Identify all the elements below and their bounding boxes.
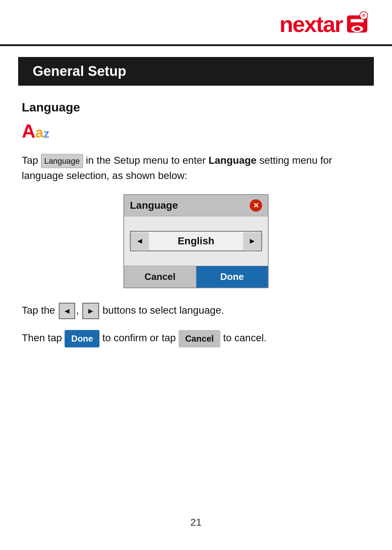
section-title: Language bbox=[22, 100, 370, 114]
confirm-instructions: Then tap Done to confirm or tap Cancel t… bbox=[22, 330, 370, 347]
next-language-button[interactable]: ► bbox=[243, 232, 261, 250]
nextar-logo-icon: ® bbox=[344, 11, 370, 37]
left-arrow-icon: ◄ bbox=[136, 236, 144, 246]
language-icon: Aaz bbox=[22, 122, 370, 146]
banner-title: General Setup bbox=[33, 64, 126, 79]
right-arrow-inline: ► bbox=[82, 303, 99, 319]
right-arrow-icon: ► bbox=[248, 236, 256, 246]
prev-language-button[interactable]: ◄ bbox=[131, 232, 149, 250]
instruction-comma: , bbox=[76, 305, 82, 316]
dialog-title: Language bbox=[130, 200, 178, 211]
page-number: 21 bbox=[190, 517, 201, 528]
dialog-header: Language ✕ bbox=[124, 195, 268, 216]
svg-rect-1 bbox=[351, 19, 364, 23]
language-selector: ◄ English ► bbox=[130, 231, 262, 251]
icon-letter-z: z bbox=[44, 127, 49, 140]
dialog-done-button[interactable]: Done bbox=[196, 266, 268, 288]
close-icon: ✕ bbox=[253, 201, 259, 210]
dialog-close-button[interactable]: ✕ bbox=[250, 199, 262, 212]
instruction-to-cancel: to cancel. bbox=[220, 333, 267, 344]
inline-cancel-button: Cancel bbox=[179, 330, 220, 347]
left-arrow-inline: ◄ bbox=[59, 303, 75, 319]
general-setup-banner: General Setup bbox=[18, 57, 374, 86]
instruction-to-confirm: to confirm or tap bbox=[99, 333, 179, 344]
inline-language-button: Language bbox=[41, 154, 83, 168]
selected-language: English bbox=[149, 232, 243, 250]
nextar-logo: nextar ® bbox=[279, 11, 370, 37]
instruction-line1-before: Tap the bbox=[22, 305, 58, 316]
dialog-cancel-button[interactable]: Cancel bbox=[124, 266, 196, 288]
dialog-footer: Cancel Done bbox=[124, 266, 268, 288]
dialog-body: ◄ English ► bbox=[124, 216, 268, 266]
intro-before: Tap bbox=[22, 155, 41, 166]
svg-text:®: ® bbox=[362, 13, 366, 18]
tap-instructions: Tap the ◄, ► buttons to select language. bbox=[22, 303, 370, 319]
icon-letter-a: a bbox=[36, 125, 44, 140]
logo-text: nextar bbox=[279, 11, 343, 37]
main-content: Language Aaz Tap Language in the Setup m… bbox=[0, 86, 392, 373]
dialog-wrapper: Language ✕ ◄ English ► bbox=[22, 194, 370, 288]
inline-done-button: Done bbox=[65, 330, 99, 347]
language-dialog: Language ✕ ◄ English ► bbox=[123, 194, 269, 288]
instruction-then-tap: Then tap bbox=[22, 333, 65, 344]
header-rule bbox=[0, 44, 392, 46]
intro-text: Tap Language in the Setup menu to enter … bbox=[22, 153, 370, 183]
instruction-line1-after: buttons to select language. bbox=[100, 305, 224, 316]
svg-point-3 bbox=[354, 27, 360, 31]
header: nextar ® bbox=[0, 0, 392, 44]
icon-letter-A: A bbox=[22, 121, 36, 142]
